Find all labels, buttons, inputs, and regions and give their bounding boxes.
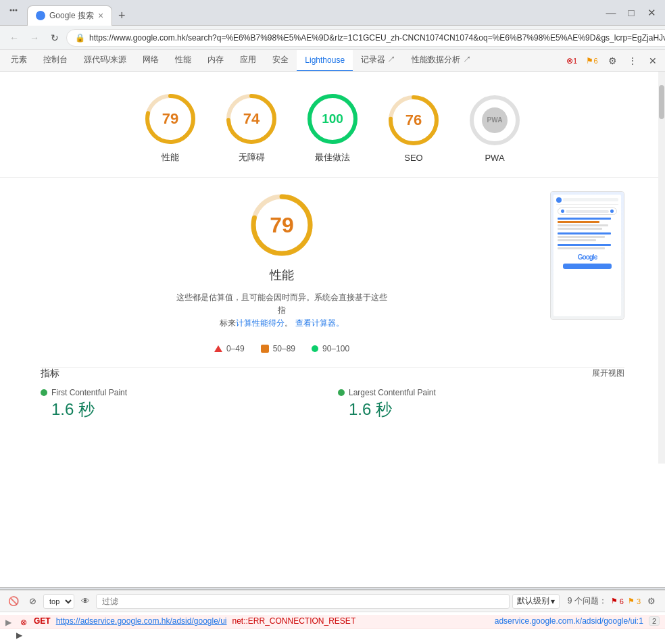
- minimize-button[interactable]: —: [601, 3, 620, 22]
- console-panel: 🚫 ⊘ top 👁 默认级别 ▾ 9 个问题： ⚑ 6 ⚑ 3: [0, 590, 665, 644]
- svg-point-2: [16, 9, 18, 11]
- detail-score-value: 79: [270, 213, 294, 238]
- log-level-selector[interactable]: 默认级别 ▾: [512, 594, 560, 609]
- score-val-best-practices: 100: [322, 112, 343, 126]
- error-count-badge: ⚑ 6: [611, 597, 624, 605]
- legend-item-pass: 90–100: [312, 344, 349, 353]
- score-item-accessibility: 74 无障碍: [224, 92, 278, 164]
- score-circle-pwa: PWA: [468, 93, 522, 147]
- screenshot-thumbnail: Google: [550, 191, 624, 320]
- console-arrow-indicator[interactable]: ▶: [0, 629, 665, 641]
- score-circle-best-practices: 100: [305, 92, 360, 146]
- detail-title: 性能: [270, 267, 294, 283]
- main-content-area: 元素 控制台 源代码/来源 网络 性能 内存 应用 安全 Lighthouse …: [0, 50, 665, 644]
- settings-icon[interactable]: ⚙: [603, 51, 622, 70]
- more-options-icon[interactable]: ⋮: [623, 51, 642, 70]
- metric-fcp-dot: [41, 389, 47, 396]
- browser-tab[interactable]: Google 搜索 ×: [27, 5, 112, 26]
- score-label-performance: 性能: [162, 151, 179, 164]
- chrome-menu-icon[interactable]: [4, 3, 23, 22]
- console-filter-icon[interactable]: ⊘: [24, 593, 41, 610]
- calculator-link[interactable]: 查看计算器。: [295, 318, 344, 328]
- maximize-button[interactable]: □: [622, 3, 641, 22]
- entry-source[interactable]: adservice.google.com.k/adsid/google/ui:1: [495, 616, 643, 626]
- metrics-header-title: 指标: [41, 368, 59, 380]
- svg-point-1: [13, 9, 15, 11]
- warning-badge[interactable]: ⚑ 6: [583, 51, 601, 70]
- score-label-pwa: PWA: [485, 153, 504, 163]
- pass-icon: [312, 345, 318, 352]
- entry-url[interactable]: https://adservice.google.com.hk/adsid/go…: [56, 616, 227, 626]
- metric-fcp-label-row: First Contentful Paint: [41, 388, 327, 397]
- clear-console-button[interactable]: 🚫: [5, 593, 22, 610]
- metric-lcp-dot: [338, 389, 345, 396]
- tab-network[interactable]: 网络: [134, 50, 167, 72]
- tab-console-top[interactable]: 控制台: [35, 50, 76, 72]
- lock-icon: 🔒: [75, 33, 85, 43]
- scrollbar-thumb[interactable]: [659, 85, 664, 119]
- console-settings-button[interactable]: ⚙: [643, 593, 660, 610]
- frame-selector[interactable]: top: [43, 594, 74, 609]
- score-item-pwa: PWA PWA: [468, 93, 522, 163]
- perf-score-link[interactable]: 计算性能得分: [236, 318, 285, 328]
- devtools-tabbar: 元素 控制台 源代码/来源 网络 性能 内存 应用 安全 Lighthouse …: [0, 50, 665, 72]
- close-button[interactable]: ✕: [642, 3, 661, 22]
- score-val-accessibility: 74: [243, 110, 260, 128]
- eye-icon[interactable]: 👁: [77, 593, 93, 610]
- tab-elements[interactable]: 元素: [3, 50, 35, 72]
- chrome-tab-bar: Google 搜索 × + — □ ✕: [0, 0, 665, 26]
- tab-security[interactable]: 安全: [264, 50, 297, 72]
- tab-performance-insights[interactable]: 性能数据分析 ↗: [403, 50, 478, 72]
- score-legend: 0–49 50–89 90–100: [214, 344, 349, 353]
- score-circle-accessibility: 74: [224, 92, 278, 146]
- reload-button[interactable]: ↻: [46, 29, 64, 47]
- entry-method: GET: [34, 616, 51, 626]
- score-circle-performance: 79: [143, 92, 197, 146]
- score-label-best-practices: 最佳做法: [315, 151, 350, 164]
- score-circle-seo: 76: [387, 93, 441, 147]
- tab-sources[interactable]: 源代码/来源: [76, 50, 134, 72]
- tab-lighthouse[interactable]: Lighthouse: [297, 50, 353, 72]
- console-entry-error: ▶ ⊗ GET https://adservice.google.com.hk/…: [0, 615, 665, 629]
- metrics-grid: First Contentful Paint 1.6 秒 Largest Con…: [41, 388, 624, 420]
- scrollbar-track[interactable]: [658, 72, 665, 464]
- close-devtools-icon[interactable]: ✕: [643, 51, 662, 70]
- error-badge[interactable]: ⊗ 1: [562, 51, 581, 70]
- screenshot-thumb-inner: Google: [551, 192, 624, 319]
- tab-performance[interactable]: 性能: [167, 50, 199, 72]
- new-tab-button[interactable]: +: [112, 7, 131, 26]
- metrics-section: 指标 展开视图 First Contentful Paint 1.6 秒 Lar…: [0, 368, 665, 434]
- error-icon: ⊗: [19, 618, 28, 627]
- metric-fcp-name: First Contentful Paint: [51, 388, 127, 397]
- score-item-seo: 76 SEO: [387, 93, 441, 163]
- pwa-icon: PWA: [482, 107, 508, 133]
- svg-point-0: [10, 9, 12, 11]
- tab-memory[interactable]: 内存: [199, 50, 232, 72]
- entry-expand-button[interactable]: ▶: [5, 618, 14, 627]
- metric-lcp: Largest Contentful Paint 1.6 秒: [338, 388, 624, 420]
- score-val-seo: 76: [405, 112, 422, 129]
- warn-icon: [261, 345, 269, 353]
- lighthouse-detail: 79 性能 这些都是估算值，且可能会因时而异。系统会直接基于这些指 标来计算性能…: [0, 178, 665, 367]
- score-overview: 79 性能 74 无障碍: [0, 72, 665, 178]
- tab-close-button[interactable]: ×: [98, 10, 103, 21]
- url-text: https://www.google.com.hk/search?q=%E6%B…: [89, 33, 665, 43]
- back-button[interactable]: ←: [5, 29, 23, 47]
- metric-fcp: First Contentful Paint 1.6 秒: [41, 388, 327, 420]
- score-label-seo: SEO: [404, 153, 422, 163]
- filter-input[interactable]: [96, 594, 510, 609]
- warn-count-badge: ⚑ 3: [628, 597, 641, 605]
- tab-application[interactable]: 应用: [232, 50, 264, 72]
- entry-status: net::ERR_CONNECTION_RESET: [232, 616, 356, 626]
- score-val-performance: 79: [162, 110, 178, 128]
- forward-button[interactable]: →: [26, 29, 43, 47]
- metric-fcp-value: 1.6 秒: [51, 399, 327, 420]
- lighthouse-detail-right: Google: [550, 191, 624, 320]
- console-toolbar: 🚫 ⊘ top 👁 默认级别 ▾ 9 个问题： ⚑ 6 ⚑ 3: [0, 591, 665, 612]
- tab-recorder[interactable]: 记录器 ↗: [353, 50, 403, 72]
- expand-view-link[interactable]: 展开视图: [592, 368, 624, 379]
- legend-item-fail: 0–49: [214, 344, 245, 353]
- metric-lcp-value: 1.6 秒: [349, 399, 624, 420]
- tab-favicon: [36, 11, 45, 20]
- address-bar[interactable]: 🔒 https://www.google.com.hk/search?q=%E6…: [66, 29, 665, 47]
